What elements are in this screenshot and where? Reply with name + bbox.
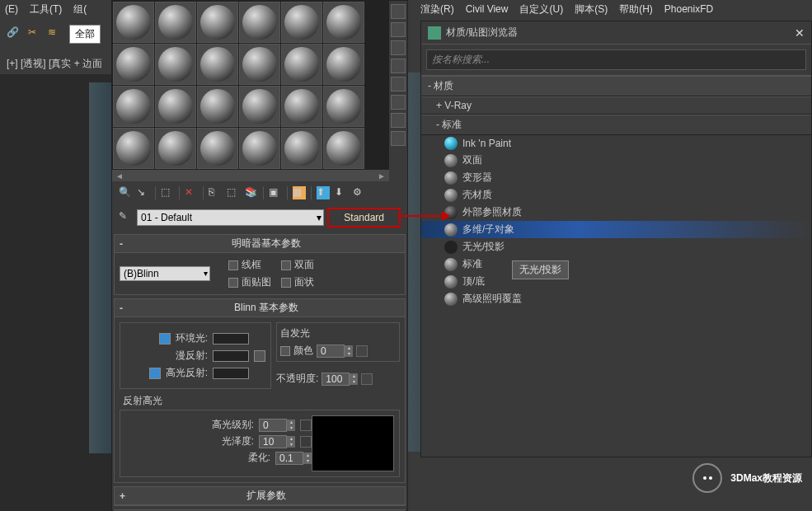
sample-slot[interactable] [239, 128, 280, 169]
copy-icon[interactable]: ⎘ [209, 186, 222, 199]
opacity-spinner[interactable]: 100 [322, 373, 350, 386]
menu-group[interactable]: 组( [73, 0, 87, 18]
sample-slot[interactable] [197, 128, 238, 169]
side-btn[interactable] [391, 40, 406, 55]
map-btn[interactable] [300, 436, 312, 448]
lock-icon[interactable] [149, 368, 161, 379]
menu-civil[interactable]: Civil View [466, 0, 509, 18]
glossiness-spinner[interactable]: 10 [259, 435, 287, 448]
sample-slot[interactable] [281, 128, 322, 169]
unlink-icon[interactable]: ✂ [25, 25, 40, 40]
diffuse-map-btn[interactable] [254, 350, 265, 362]
menu-tools[interactable]: 工具(T) [30, 0, 62, 18]
side-btn[interactable] [391, 22, 406, 37]
sample-slot[interactable] [323, 2, 364, 43]
scroll-left-icon[interactable]: ◄ [115, 171, 124, 180]
map-btn[interactable] [356, 345, 368, 357]
menu-render[interactable]: 渲染(R) [420, 0, 454, 18]
get-material-icon[interactable]: 🔍 [119, 186, 132, 199]
menu-help[interactable]: 帮助(H) [619, 0, 653, 18]
menu-phoenix[interactable]: PhoenixFD [664, 0, 713, 18]
put-library-icon[interactable]: 📚 [245, 186, 258, 199]
tree-section-vray[interactable]: + V-Ray [421, 96, 811, 115]
sample-slot[interactable] [323, 128, 364, 169]
tree-section-materials[interactable]: - 材质 [421, 76, 811, 96]
tree-item-double[interactable]: 双面 [421, 152, 811, 169]
spinner-up[interactable]: ▴ [350, 373, 358, 379]
all-button[interactable]: 全部 [69, 25, 101, 44]
go-parent-icon[interactable]: ⬆ [317, 186, 330, 199]
sample-slot[interactable] [239, 2, 280, 43]
wireframe-checkbox[interactable] [228, 260, 238, 270]
side-btn[interactable] [391, 77, 406, 91]
menu-customize[interactable]: 自定义(U) [519, 0, 563, 18]
rollup-header[interactable]: - Blinn 基本参数 [115, 299, 405, 317]
assign-icon[interactable]: ⬚ [161, 186, 174, 199]
eyedropper-icon[interactable]: ✎ [119, 210, 134, 225]
soften-spinner[interactable]: 0.1 [275, 452, 303, 465]
tree-item-topbottom[interactable]: 顶/底 [421, 273, 811, 290]
tree-item-shell[interactable]: 壳材质 [421, 186, 811, 204]
sample-slot[interactable] [239, 44, 280, 85]
sample-slot[interactable] [113, 44, 154, 85]
map-btn[interactable] [361, 373, 373, 385]
tree-section-standard[interactable]: - 标准 [421, 115, 811, 135]
tree-item-morpher[interactable]: 变形器 [421, 169, 811, 186]
material-name-select[interactable]: 01 - Default ▾ [137, 209, 324, 226]
sample-slot[interactable] [155, 2, 196, 43]
scroll-right-icon[interactable]: ► [378, 171, 386, 180]
link-icon[interactable]: 🔗 [5, 25, 20, 40]
rollup-header[interactable]: - 明暗器基本参数 [115, 235, 405, 253]
menu-script[interactable]: 脚本(S) [575, 0, 608, 18]
sample-slot[interactable] [281, 44, 322, 85]
sample-slot[interactable] [197, 2, 238, 43]
side-btn[interactable] [391, 59, 406, 73]
close-icon[interactable]: ✕ [795, 26, 805, 40]
spec-level-spinner[interactable]: 0 [259, 419, 287, 432]
diffuse-swatch[interactable] [213, 350, 249, 362]
face-map-checkbox[interactable] [228, 278, 238, 288]
specular-swatch[interactable] [213, 368, 249, 379]
tree-item-ink[interactable]: Ink 'n Paint [421, 135, 811, 152]
ambient-swatch[interactable] [213, 333, 249, 345]
sample-slot[interactable] [239, 86, 280, 127]
shader-type-combo[interactable]: (B)Blinn ▾ [120, 266, 210, 281]
sample-slot[interactable] [197, 44, 238, 85]
two-sided-checkbox[interactable] [281, 260, 291, 270]
sample-slot[interactable] [113, 128, 154, 169]
sample-slot[interactable] [281, 86, 322, 127]
make-unique-icon[interactable]: ⬚ [227, 186, 240, 199]
tree-item-advlight[interactable]: 高级照明覆盖 [421, 290, 811, 307]
sample-slot[interactable] [113, 86, 154, 127]
color-spinner[interactable]: 0 [317, 345, 345, 358]
map-btn[interactable] [300, 420, 312, 431]
spinner-up[interactable]: ▴ [345, 345, 353, 351]
sample-slot[interactable] [323, 44, 364, 85]
search-input[interactable]: 按名称搜索... [426, 49, 806, 70]
material-type-button[interactable]: Standard [327, 208, 401, 227]
side-btn[interactable] [391, 95, 406, 110]
menu-e[interactable]: (E) [5, 0, 18, 18]
sample-slot[interactable] [155, 86, 196, 127]
lock-icon[interactable] [159, 333, 171, 345]
wave-icon[interactable]: ≋ [45, 25, 59, 40]
sample-slot[interactable] [281, 2, 322, 43]
sample-slot[interactable] [113, 2, 154, 43]
show-map-icon[interactable]: ▣ [269, 186, 282, 199]
side-btn[interactable] [391, 131, 406, 146]
go-forward-icon[interactable]: ⬇ [335, 186, 348, 199]
tree-item-standard[interactable]: 标准 [421, 256, 811, 273]
side-btn[interactable] [391, 113, 406, 128]
sample-slot[interactable] [155, 128, 196, 169]
sample-scrollbar[interactable]: ◄ ► [112, 170, 389, 181]
rollup-header[interactable]: +扩展参数 [115, 487, 405, 505]
sample-slot[interactable] [155, 44, 196, 85]
side-btn[interactable] [391, 4, 406, 19]
options-icon[interactable]: ⚙ [353, 186, 366, 199]
sample-slot[interactable] [197, 86, 238, 127]
tree-item-xref[interactable]: 外部参照材质 [421, 204, 811, 221]
spinner-down[interactable]: ▾ [350, 379, 358, 385]
sample-slot[interactable] [323, 86, 364, 127]
show-result-icon[interactable]: ▦ [293, 186, 306, 199]
tree-item-matte[interactable]: 无光/投影 [421, 238, 811, 256]
